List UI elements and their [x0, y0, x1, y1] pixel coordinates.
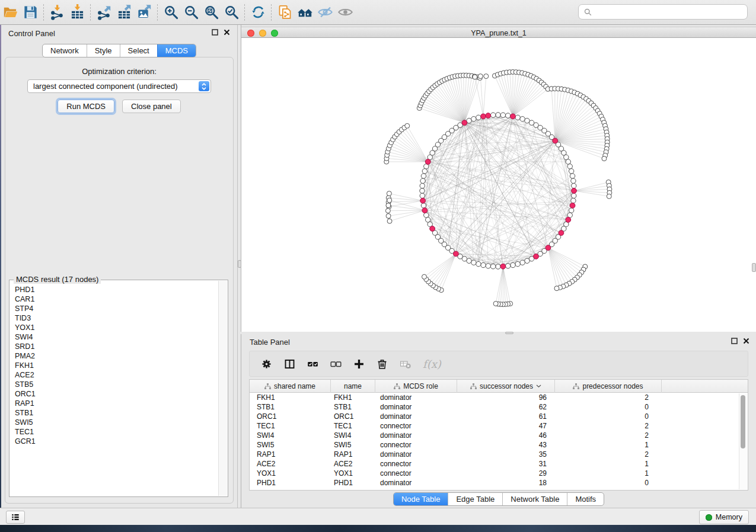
float-panel-icon[interactable] — [731, 338, 738, 344]
mcds-result-item[interactable]: STP4 — [15, 304, 218, 313]
close-panel-button[interactable]: Close panel — [122, 100, 181, 113]
network-node[interactable] — [385, 209, 390, 213]
table-row[interactable]: SWI5SWI5connector431 — [250, 440, 748, 450]
mcds-result-item[interactable]: GCR1 — [15, 437, 218, 446]
column-header-predecessor-nodes[interactable]: predecessor nodes — [555, 380, 662, 393]
cell[interactable]: 2 — [555, 421, 662, 431]
cell[interactable]: STB1 — [331, 402, 375, 412]
mcds-hub-node[interactable] — [534, 254, 539, 259]
cell[interactable]: SWI5 — [250, 440, 331, 450]
network-node[interactable] — [564, 155, 569, 159]
cell[interactable]: ORC1 — [250, 412, 331, 421]
save-session-icon[interactable] — [20, 3, 40, 22]
zoom-in-icon[interactable] — [161, 3, 181, 22]
mcds-hub-node[interactable] — [546, 245, 551, 251]
cell[interactable]: 0 — [555, 478, 662, 488]
mcds-hub-node[interactable] — [486, 113, 491, 118]
table-row[interactable]: PHD1PHD1dominator180 — [250, 478, 748, 488]
import-network-icon[interactable] — [47, 3, 67, 22]
mcds-result-item[interactable]: PMA2 — [15, 351, 218, 361]
cell[interactable]: PHD1 — [331, 478, 375, 488]
table-row[interactable]: TEC1TEC1connector472 — [250, 421, 748, 431]
network-node[interactable] — [420, 183, 425, 188]
mcds-result-item[interactable]: PHD1 — [15, 285, 218, 294]
cell[interactable]: 0 — [555, 412, 662, 421]
network-node[interactable] — [387, 191, 391, 196]
network-node[interactable] — [387, 219, 392, 223]
mcds-hub-node[interactable] — [511, 114, 516, 119]
select-all-icon[interactable] — [306, 357, 319, 370]
column-menu-chevron-icon[interactable] — [536, 384, 541, 388]
cell[interactable]: 2 — [555, 450, 662, 459]
network-node[interactable] — [476, 261, 481, 266]
mcds-hub-node[interactable] — [559, 230, 564, 236]
network-node[interactable] — [566, 159, 570, 164]
mcds-result-list[interactable]: PHD1CAR1STP4TID3YOX1SWI4SRD1PMA2FKH1ACE2… — [9, 283, 218, 495]
column-header-MCDS-role[interactable]: MCDS role — [375, 380, 457, 393]
mcds-result-item[interactable]: ACE2 — [15, 370, 218, 380]
tab-style[interactable]: Style — [87, 44, 120, 57]
mcds-hub-node[interactable] — [566, 217, 571, 223]
mcds-result-item[interactable]: YOX1 — [15, 323, 218, 332]
search-field[interactable] — [578, 4, 748, 20]
cell[interactable]: RAP1 — [250, 450, 331, 459]
network-node[interactable] — [602, 156, 607, 161]
mcds-result-item[interactable]: TID3 — [15, 313, 218, 323]
close-panel-icon[interactable] — [743, 338, 749, 344]
network-node[interactable] — [496, 113, 500, 117]
cell[interactable]: 29 — [457, 469, 555, 478]
mcds-hub-node[interactable] — [500, 264, 506, 269]
tab-network[interactable]: Network — [43, 44, 87, 57]
cell[interactable]: 1 — [555, 440, 662, 450]
cell[interactable]: TEC1 — [250, 421, 331, 431]
cell[interactable]: 62 — [457, 402, 555, 412]
cell[interactable]: 2 — [555, 393, 662, 402]
cell[interactable]: connector — [375, 440, 457, 450]
network-node[interactable] — [525, 118, 529, 123]
cell[interactable]: 18 — [457, 478, 555, 488]
cell[interactable]: 31 — [457, 459, 555, 469]
table-row[interactable]: YOX1YOX1connector291 — [250, 469, 748, 478]
cell[interactable]: connector — [375, 469, 457, 478]
search-input[interactable] — [595, 5, 747, 18]
cell[interactable]: connector — [375, 459, 457, 469]
network-node[interactable] — [490, 264, 495, 269]
cell[interactable]: TEC1 — [331, 421, 375, 431]
mcds-hub-node[interactable] — [453, 251, 458, 257]
mcds-hub-node[interactable] — [572, 188, 577, 194]
network-node[interactable] — [473, 75, 477, 79]
table-row[interactable]: RAP1RAP1dominator352 — [250, 450, 748, 459]
network-node[interactable] — [486, 264, 490, 268]
import-table-icon[interactable] — [67, 3, 87, 22]
export-image-icon[interactable] — [134, 3, 154, 22]
column-header-successor-nodes[interactable]: successor nodes — [457, 380, 555, 393]
cell[interactable]: 0 — [555, 402, 662, 412]
cell[interactable]: dominator — [375, 431, 457, 440]
network-node[interactable] — [572, 183, 576, 188]
optimization-select[interactable]: largest connected component (undirected) — [27, 79, 211, 93]
delete-columns-icon[interactable] — [375, 357, 388, 370]
float-panel-icon[interactable] — [212, 29, 218, 36]
tab-network-table[interactable]: Network Table — [502, 493, 567, 505]
network-node[interactable] — [520, 260, 525, 265]
network-node[interactable] — [478, 74, 483, 79]
network-node[interactable] — [490, 113, 495, 117]
result-scrollbar[interactable] — [218, 281, 227, 496]
results-splitter-knob[interactable] — [752, 263, 756, 272]
cell[interactable]: SWI5 — [331, 440, 375, 450]
cell[interactable]: 2 — [555, 431, 662, 440]
delete-table-icon[interactable] — [398, 357, 412, 370]
network-node[interactable] — [570, 174, 575, 178]
cell[interactable]: 43 — [457, 440, 555, 450]
network-node[interactable] — [484, 74, 489, 79]
first-neighbors-icon[interactable] — [295, 3, 315, 22]
tab-mcds[interactable]: MCDS — [157, 44, 196, 57]
network-node[interactable] — [422, 274, 426, 279]
mcds-hub-node[interactable] — [430, 226, 435, 232]
zoom-selected-icon[interactable] — [221, 3, 241, 22]
cell[interactable]: 47 — [457, 421, 555, 431]
cell[interactable]: ORC1 — [331, 412, 375, 421]
run-mcds-button[interactable]: Run MCDS — [58, 100, 114, 113]
cell[interactable]: YOX1 — [331, 469, 375, 478]
network-node[interactable] — [426, 217, 430, 222]
